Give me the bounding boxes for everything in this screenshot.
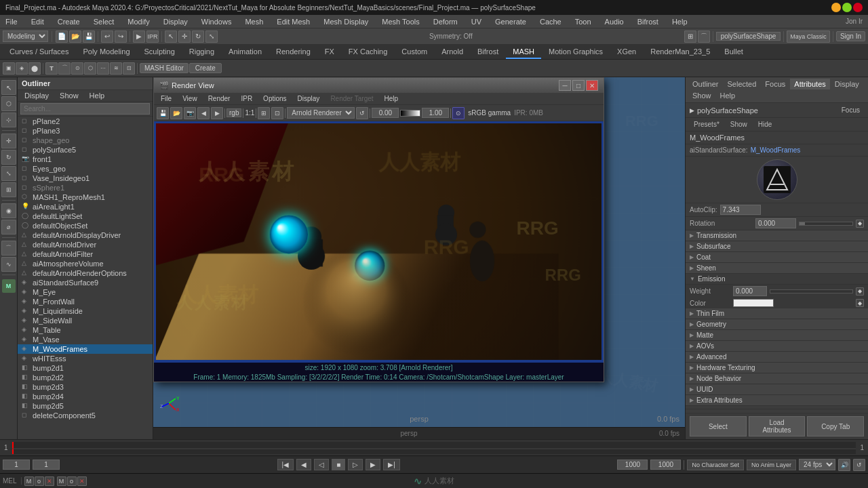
menu-audio[interactable]: Audio — [602, 18, 627, 26]
menu-edit[interactable]: Edit — [28, 18, 47, 26]
rotate-icon[interactable]: ↻ — [192, 30, 204, 43]
transform-tool[interactable]: ⊞ — [1, 182, 16, 197]
section-emission[interactable]: ▼ Emission — [686, 274, 868, 285]
section-coat[interactable]: ▶ Coat — [686, 252, 868, 263]
load-attributes-button[interactable]: Load Attributes — [749, 416, 806, 436]
rv-prev-icon[interactable]: ◀ — [197, 107, 210, 119]
menu-mesh[interactable]: Mesh — [242, 18, 266, 26]
outliner-item-defaultlightset[interactable]: ◯defaultLightSet — [18, 211, 153, 221]
outliner-item-vase_insidegeo1[interactable]: ◻Vase_Insidegeo1 — [18, 174, 153, 183]
tab-curves-surfaces[interactable]: Curves / Surfaces — [3, 45, 75, 59]
move-icon[interactable]: ✛ — [178, 30, 191, 43]
rp-hide-tab[interactable]: Hide — [754, 119, 776, 129]
rp-tab-selected[interactable]: Selected — [724, 79, 761, 89]
menu-cache[interactable]: Cache — [537, 18, 564, 26]
render-view-minimize[interactable]: ─ — [559, 80, 571, 91]
tab-bifrost[interactable]: Bifrost — [471, 45, 505, 59]
rotation-keyframe-icon[interactable]: ◆ — [856, 220, 864, 228]
render-view-titlebar[interactable]: 🎬 Render View ─ □ ✕ — [154, 78, 604, 93]
save-file-icon[interactable]: 💾 — [83, 30, 95, 43]
outliner-item-aiarealight1[interactable]: 💡aiAreaLight1 — [18, 202, 153, 211]
outliner-item-shape_geo[interactable]: ◻shape_geo — [18, 136, 153, 145]
outliner-item-defaultarnolddisplaydriver[interactable]: △defaultArnoldDisplayDriver — [18, 230, 153, 240]
tab-sculpting[interactable]: Sculpting — [138, 45, 182, 59]
range-start-input[interactable] — [3, 460, 30, 470]
outliner-item-mash1_repromesh1[interactable]: ⬡MASH1_ReproMesh1 — [18, 192, 153, 202]
menu-help[interactable]: Help — [669, 18, 690, 26]
stop-button[interactable]: ■ — [332, 459, 345, 470]
loop-icon[interactable]: ⊙ — [71, 62, 83, 75]
play-forward-button[interactable]: ▷ — [348, 459, 363, 470]
menu-mesh-display[interactable]: Mesh Display — [321, 18, 371, 26]
outliner-item-bump2d3[interactable]: ◧bump2d3 — [18, 382, 153, 392]
menu-bifrost[interactable]: Bifrost — [635, 18, 661, 26]
rv-menu-ipr[interactable]: IPR — [238, 95, 255, 102]
outliner-item-defaultarnolddriver[interactable]: △defaultArnoldDriver — [18, 240, 153, 249]
curve-tool-icon[interactable]: ⌒ — [58, 62, 71, 75]
outliner-item-m_eye[interactable]: ◈M_Eye — [18, 287, 153, 297]
rv-rgb-label[interactable]: rgb — [226, 108, 241, 117]
emission-weight-input[interactable] — [733, 286, 767, 296]
tab-poly-modeling[interactable]: Poly Modeling — [76, 45, 136, 59]
rp-show-tab[interactable]: Show — [726, 119, 751, 129]
main-viewport[interactable]: RRG 人人素材 RRG RRG 人人素材 人人素材 RRG p — [153, 77, 685, 427]
smooth-icon[interactable]: ≋ — [110, 62, 122, 75]
mel-m2-icon[interactable]: M — [57, 476, 66, 486]
outliner-item-pplane3[interactable]: ◻pPlane3 — [18, 126, 153, 136]
type-tool-icon[interactable]: T — [45, 62, 58, 75]
rv-menu-options[interactable]: Options — [260, 95, 289, 102]
menu-edit-mesh[interactable]: Edit Mesh — [274, 18, 313, 26]
section-uuid[interactable]: ▶ UUID — [686, 384, 868, 395]
outliner-item-defaultobjectset[interactable]: ◯defaultObjectSet — [18, 221, 153, 230]
outliner-item-m_woodframes[interactable]: ◈M_WoodFrames — [18, 344, 153, 354]
maximize-button[interactable] — [842, 3, 852, 12]
range-end-right-input[interactable] — [617, 460, 648, 470]
loop-playback-icon[interactable]: ↺ — [853, 459, 865, 471]
menu-mesh-tools[interactable]: Mesh Tools — [379, 18, 422, 26]
rp-focus-tab[interactable]: Focus — [837, 105, 864, 115]
menu-modify[interactable]: Modify — [125, 18, 152, 26]
scale-icon[interactable]: ⤡ — [205, 30, 218, 43]
outliner-item-m_sidewall[interactable]: ◈M_SideWall — [18, 316, 153, 325]
tab-xgen[interactable]: XGen — [610, 45, 643, 59]
extrude-icon[interactable]: ⊡ — [123, 62, 135, 75]
outliner-item-front1[interactable]: 📷front1 — [18, 155, 153, 164]
rp-tab-show[interactable]: Show — [688, 90, 715, 101]
section-thin-film[interactable]: ▶ Thin Film — [686, 308, 868, 319]
rp-tab-outliner[interactable]: Outliner — [688, 79, 723, 89]
cv-curve-tool[interactable]: ⌒ — [1, 241, 16, 256]
menu-windows[interactable]: Windows — [199, 18, 235, 26]
tab-motion-graphics[interactable]: Motion Graphics — [542, 45, 610, 59]
selection-mode-icon[interactable]: ▣ — [3, 62, 15, 75]
sign-in-button[interactable]: Sign In — [836, 31, 865, 41]
new-file-icon[interactable]: 📄 — [56, 30, 68, 43]
snap-curve-icon[interactable]: ⌒ — [698, 30, 710, 43]
mash-editor-button[interactable]: MASH Editor — [140, 63, 189, 73]
rp-presets-tab[interactable]: Presets* — [690, 119, 724, 129]
tab-animation[interactable]: Animation — [222, 45, 269, 59]
lasso-tool[interactable]: ⬡ — [1, 96, 16, 111]
minimize-button[interactable] — [831, 3, 841, 12]
emission-color-key[interactable]: ◆ — [856, 299, 864, 307]
outliner-item-m_vase[interactable]: ◈M_Vase — [18, 335, 153, 344]
outliner-item-bump2d2[interactable]: ◧bump2d2 — [18, 373, 153, 382]
outliner-tab-display[interactable]: Display — [22, 92, 52, 100]
create-button[interactable]: Create — [189, 63, 222, 73]
polygon-icon[interactable]: ⬡ — [84, 62, 96, 75]
emission-color-swatch[interactable] — [733, 299, 774, 307]
section-node-behavior[interactable]: ▶ Node Behavior — [686, 373, 868, 384]
emission-weight-key[interactable]: ◆ — [856, 287, 864, 296]
select-button[interactable]: Select — [690, 416, 747, 436]
rp-autoclip-input[interactable] — [720, 205, 761, 215]
section-aovs[interactable]: ▶ AOVs — [686, 341, 868, 352]
rotation-slider[interactable] — [799, 222, 853, 226]
rp-tab-help[interactable]: Help — [716, 90, 740, 101]
ep-curve-tool[interactable]: ∿ — [1, 257, 16, 272]
outliner-item-ssphere1[interactable]: ◻sSphere1 — [18, 183, 153, 192]
bridge-icon[interactable]: ⋯ — [97, 62, 109, 75]
rv-menu-file[interactable]: File — [158, 95, 174, 102]
rv-colorspace-label[interactable]: sRGB gamma — [466, 109, 513, 117]
section-geometry[interactable]: ▶ Geometry — [686, 319, 868, 330]
rv-folder-icon[interactable]: 📂 — [170, 107, 182, 119]
tab-arnold[interactable]: Arnold — [435, 45, 470, 59]
